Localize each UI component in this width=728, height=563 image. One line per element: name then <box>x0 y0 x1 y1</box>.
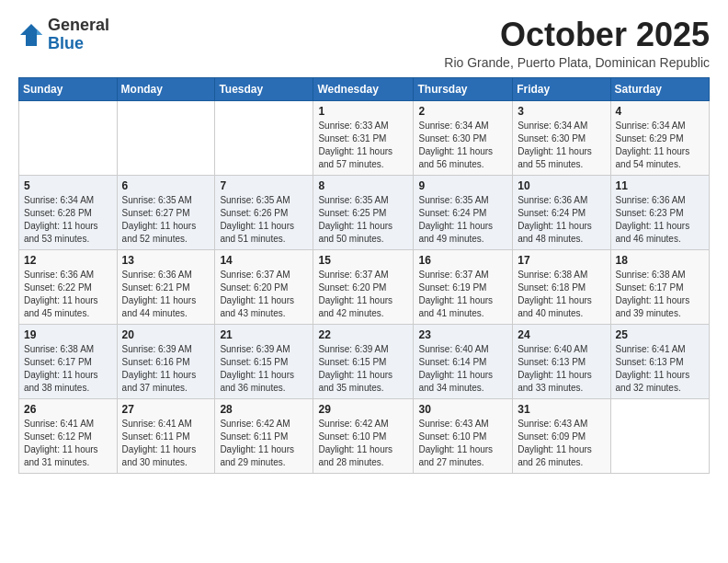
calendar-cell: 20Sunrise: 6:39 AMSunset: 6:16 PMDayligh… <box>117 324 215 398</box>
svg-marker-1 <box>37 29 42 35</box>
day-number: 3 <box>518 105 605 118</box>
calendar-cell: 13Sunrise: 6:36 AMSunset: 6:21 PMDayligh… <box>117 249 215 324</box>
day-info: Sunrise: 6:34 AMSunset: 6:30 PMDaylight:… <box>518 120 605 171</box>
day-info: Sunrise: 6:36 AMSunset: 6:23 PMDaylight:… <box>616 194 704 246</box>
day-info: Sunrise: 6:34 AMSunset: 6:30 PMDaylight:… <box>418 120 507 171</box>
day-number: 2 <box>418 105 507 118</box>
header-sunday: Sunday <box>19 77 118 100</box>
subtitle: Rio Grande, Puerto Plata, Dominican Repu… <box>444 55 710 70</box>
day-number: 19 <box>24 328 112 341</box>
calendar-week-5: 26Sunrise: 6:41 AMSunset: 6:12 PMDayligh… <box>19 398 710 473</box>
day-number: 14 <box>220 254 308 267</box>
day-info: Sunrise: 6:38 AMSunset: 6:18 PMDaylight:… <box>518 269 605 320</box>
day-info: Sunrise: 6:39 AMSunset: 6:15 PMDaylight:… <box>318 343 408 395</box>
logo-general: General <box>48 17 109 35</box>
day-info: Sunrise: 6:41 AMSunset: 6:12 PMDaylight:… <box>24 418 112 469</box>
day-info: Sunrise: 6:36 AMSunset: 6:24 PMDaylight:… <box>518 194 605 246</box>
calendar-cell: 19Sunrise: 6:38 AMSunset: 6:17 PMDayligh… <box>19 324 118 398</box>
header-wednesday: Wednesday <box>313 77 414 100</box>
calendar-cell: 10Sunrise: 6:36 AMSunset: 6:24 PMDayligh… <box>513 175 610 249</box>
calendar-cell: 22Sunrise: 6:39 AMSunset: 6:15 PMDayligh… <box>313 324 414 398</box>
calendar-table: Sunday Monday Tuesday Wednesday Thursday… <box>18 77 710 474</box>
calendar-cell: 9Sunrise: 6:35 AMSunset: 6:24 PMDaylight… <box>414 175 513 249</box>
day-number: 20 <box>122 328 210 341</box>
header-monday: Monday <box>117 77 215 100</box>
day-info: Sunrise: 6:35 AMSunset: 6:25 PMDaylight:… <box>318 194 408 246</box>
calendar-cell: 8Sunrise: 6:35 AMSunset: 6:25 PMDaylight… <box>313 175 414 249</box>
day-info: Sunrise: 6:33 AMSunset: 6:31 PMDaylight:… <box>318 120 408 171</box>
day-info: Sunrise: 6:38 AMSunset: 6:17 PMDaylight:… <box>616 269 704 320</box>
day-info: Sunrise: 6:42 AMSunset: 6:10 PMDaylight:… <box>318 418 408 469</box>
logo-icon <box>18 22 44 48</box>
calendar-cell: 16Sunrise: 6:37 AMSunset: 6:19 PMDayligh… <box>414 249 513 324</box>
calendar-cell: 30Sunrise: 6:43 AMSunset: 6:10 PMDayligh… <box>414 398 513 473</box>
day-number: 31 <box>518 403 605 416</box>
header-thursday: Thursday <box>414 77 513 100</box>
calendar-cell: 15Sunrise: 6:37 AMSunset: 6:20 PMDayligh… <box>313 249 414 324</box>
header: General Blue October 2025 Rio Grande, Pu… <box>18 17 710 70</box>
day-number: 7 <box>220 179 308 192</box>
calendar-page: General Blue October 2025 Rio Grande, Pu… <box>0 0 728 563</box>
logo-area: General Blue <box>18 17 109 53</box>
calendar-cell: 27Sunrise: 6:41 AMSunset: 6:11 PMDayligh… <box>117 398 215 473</box>
day-info: Sunrise: 6:34 AMSunset: 6:29 PMDaylight:… <box>616 120 704 171</box>
title-area: October 2025 Rio Grande, Puerto Plata, D… <box>444 17 710 70</box>
calendar-header: Sunday Monday Tuesday Wednesday Thursday… <box>19 77 710 100</box>
calendar-cell: 26Sunrise: 6:41 AMSunset: 6:12 PMDayligh… <box>19 398 118 473</box>
calendar-cell: 28Sunrise: 6:42 AMSunset: 6:11 PMDayligh… <box>215 398 313 473</box>
calendar-cell <box>215 100 313 175</box>
day-info: Sunrise: 6:39 AMSunset: 6:16 PMDaylight:… <box>122 343 210 395</box>
day-info: Sunrise: 6:42 AMSunset: 6:11 PMDaylight:… <box>220 418 308 469</box>
day-info: Sunrise: 6:37 AMSunset: 6:20 PMDaylight:… <box>318 269 408 320</box>
day-info: Sunrise: 6:39 AMSunset: 6:15 PMDaylight:… <box>220 343 308 395</box>
day-info: Sunrise: 6:40 AMSunset: 6:14 PMDaylight:… <box>418 343 507 395</box>
logo-blue: Blue <box>48 35 109 53</box>
day-number: 25 <box>616 328 704 341</box>
calendar-cell: 21Sunrise: 6:39 AMSunset: 6:15 PMDayligh… <box>215 324 313 398</box>
calendar-cell: 3Sunrise: 6:34 AMSunset: 6:30 PMDaylight… <box>513 100 610 175</box>
calendar-cell: 12Sunrise: 6:36 AMSunset: 6:22 PMDayligh… <box>19 249 118 324</box>
calendar-cell <box>117 100 215 175</box>
header-saturday: Saturday <box>610 77 709 100</box>
day-number: 1 <box>318 105 408 118</box>
day-info: Sunrise: 6:35 AMSunset: 6:27 PMDaylight:… <box>122 194 210 246</box>
calendar-body: 1Sunrise: 6:33 AMSunset: 6:31 PMDaylight… <box>19 100 710 473</box>
day-info: Sunrise: 6:43 AMSunset: 6:09 PMDaylight:… <box>518 418 605 469</box>
calendar-week-4: 19Sunrise: 6:38 AMSunset: 6:17 PMDayligh… <box>19 324 710 398</box>
day-number: 27 <box>122 403 210 416</box>
day-number: 6 <box>122 179 210 192</box>
month-title: October 2025 <box>444 17 710 53</box>
day-number: 18 <box>616 254 704 267</box>
day-info: Sunrise: 6:41 AMSunset: 6:11 PMDaylight:… <box>122 418 210 469</box>
day-info: Sunrise: 6:40 AMSunset: 6:13 PMDaylight:… <box>518 343 605 395</box>
day-number: 13 <box>122 254 210 267</box>
logo-text: General Blue <box>48 17 109 53</box>
calendar-cell: 17Sunrise: 6:38 AMSunset: 6:18 PMDayligh… <box>513 249 610 324</box>
day-number: 24 <box>518 328 605 341</box>
calendar-week-1: 1Sunrise: 6:33 AMSunset: 6:31 PMDaylight… <box>19 100 710 175</box>
header-friday: Friday <box>513 77 610 100</box>
day-info: Sunrise: 6:36 AMSunset: 6:22 PMDaylight:… <box>24 269 112 320</box>
calendar-cell: 6Sunrise: 6:35 AMSunset: 6:27 PMDaylight… <box>117 175 215 249</box>
calendar-cell: 11Sunrise: 6:36 AMSunset: 6:23 PMDayligh… <box>610 175 709 249</box>
calendar-cell: 2Sunrise: 6:34 AMSunset: 6:30 PMDaylight… <box>414 100 513 175</box>
calendar-cell: 29Sunrise: 6:42 AMSunset: 6:10 PMDayligh… <box>313 398 414 473</box>
day-info: Sunrise: 6:38 AMSunset: 6:17 PMDaylight:… <box>24 343 112 395</box>
day-number: 12 <box>24 254 112 267</box>
day-number: 22 <box>318 328 408 341</box>
day-number: 11 <box>616 179 704 192</box>
day-number: 10 <box>518 179 605 192</box>
header-tuesday: Tuesday <box>215 77 313 100</box>
calendar-cell: 4Sunrise: 6:34 AMSunset: 6:29 PMDaylight… <box>610 100 709 175</box>
day-info: Sunrise: 6:41 AMSunset: 6:13 PMDaylight:… <box>616 343 704 395</box>
day-number: 26 <box>24 403 112 416</box>
day-number: 8 <box>318 179 408 192</box>
calendar-cell: 23Sunrise: 6:40 AMSunset: 6:14 PMDayligh… <box>414 324 513 398</box>
day-number: 5 <box>24 179 112 192</box>
day-number: 17 <box>518 254 605 267</box>
day-info: Sunrise: 6:37 AMSunset: 6:19 PMDaylight:… <box>418 269 507 320</box>
calendar-week-3: 12Sunrise: 6:36 AMSunset: 6:22 PMDayligh… <box>19 249 710 324</box>
day-info: Sunrise: 6:35 AMSunset: 6:26 PMDaylight:… <box>220 194 308 246</box>
day-number: 29 <box>318 403 408 416</box>
calendar-cell: 18Sunrise: 6:38 AMSunset: 6:17 PMDayligh… <box>610 249 709 324</box>
